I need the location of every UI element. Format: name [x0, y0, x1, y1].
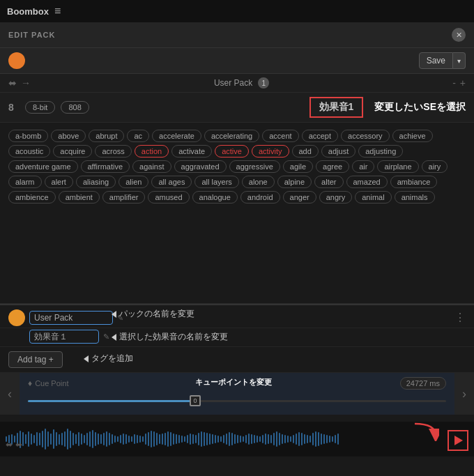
- tag-item[interactable]: ambient: [59, 191, 100, 204]
- tag-item[interactable]: air: [352, 160, 374, 173]
- tag-item[interactable]: accent: [262, 130, 298, 142]
- waveform-bar: [290, 436, 291, 442]
- tag-item[interactable]: animal: [355, 191, 391, 204]
- tag-item[interactable]: alter: [314, 176, 343, 188]
- tag-item[interactable]: anger: [283, 191, 316, 204]
- tag-item[interactable]: animals: [395, 191, 435, 204]
- tag-item[interactable]: alone: [242, 176, 275, 188]
- tag-item[interactable]: ac: [127, 130, 149, 142]
- waveform-bar: [173, 433, 174, 445]
- tag-item[interactable]: action: [135, 145, 169, 158]
- waveform-bar: [67, 429, 68, 450]
- tag-item[interactable]: angry: [319, 191, 353, 204]
- tag-item[interactable]: across: [95, 145, 131, 158]
- tag-item[interactable]: against: [132, 160, 171, 173]
- waveform-ctrl-icon1[interactable]: ⬌: [6, 440, 13, 450]
- tag-item[interactable]: accessory: [341, 130, 390, 142]
- tag-item[interactable]: affirmative: [81, 160, 130, 173]
- tag-item[interactable]: above: [51, 130, 86, 142]
- waveform-bar: [125, 434, 127, 444]
- cue-label: ♦ Cue Point: [28, 378, 68, 388]
- tag-item[interactable]: amazed: [346, 176, 388, 188]
- tag-item[interactable]: agile: [283, 160, 313, 173]
- tag-item[interactable]: airplane: [377, 160, 418, 173]
- waveform-bar: [332, 436, 333, 442]
- tag-item[interactable]: alien: [118, 176, 148, 188]
- minus-button[interactable]: -: [452, 77, 456, 89]
- tag-item[interactable]: achieve: [392, 130, 433, 142]
- tag-item[interactable]: adventure game: [8, 160, 78, 173]
- tag-item[interactable]: activate: [171, 145, 212, 158]
- tag-item[interactable]: aggravated: [174, 160, 227, 173]
- arrow-right-icon[interactable]: →: [21, 77, 31, 89]
- sound-edit-icon[interactable]: ✎: [103, 332, 109, 341]
- tag-item[interactable]: aliasing: [76, 176, 116, 188]
- tag-item[interactable]: acquire: [53, 145, 92, 158]
- slider-thumb[interactable]: 0: [190, 395, 201, 406]
- slider-container[interactable]: 0: [28, 394, 446, 408]
- waveform-bar: [192, 434, 194, 444]
- save-button[interactable]: Save: [419, 52, 453, 69]
- waveform-bar: [61, 433, 63, 445]
- add-tag-button[interactable]: Add tag +: [8, 351, 63, 368]
- tag-item[interactable]: all layers: [194, 176, 238, 188]
- tag-item[interactable]: ambiance: [390, 176, 438, 188]
- waveform-bar: [114, 436, 116, 443]
- pack-color-dot[interactable]: [8, 52, 25, 69]
- waveform-ctrl-icon2[interactable]: ⬌: [15, 440, 22, 450]
- tags-area: a-bombaboveabruptacaccelerateacceleratin…: [0, 123, 474, 304]
- tag-item[interactable]: accept: [302, 130, 338, 142]
- tag-item[interactable]: accelerating: [204, 130, 259, 142]
- tag-item[interactable]: alpine: [277, 176, 312, 188]
- tag-item[interactable]: amplifier: [102, 191, 146, 204]
- play-button[interactable]: [448, 430, 468, 451]
- tag-item[interactable]: amused: [148, 191, 189, 204]
- plus-button[interactable]: +: [460, 77, 466, 89]
- waveform-bar: [337, 433, 339, 445]
- sound-tag-808[interactable]: 808: [61, 101, 89, 114]
- slider-fill: [28, 400, 195, 402]
- close-button[interactable]: ✕: [452, 28, 466, 42]
- tag-item[interactable]: ambience: [8, 191, 56, 204]
- sound-name-input[interactable]: [29, 330, 99, 344]
- waveform-bar: [248, 433, 250, 445]
- waveform-bar: [184, 436, 185, 442]
- tag-item[interactable]: active: [215, 145, 249, 158]
- nav-next-button[interactable]: ›: [454, 373, 474, 415]
- waveform-bar: [251, 434, 252, 444]
- tag-item[interactable]: add: [292, 145, 319, 158]
- waveform-bar: [298, 432, 300, 446]
- tag-item[interactable]: a-bomb: [8, 130, 48, 142]
- save-dropdown-button[interactable]: ▾: [453, 52, 466, 69]
- tag-item[interactable]: aggressive: [229, 160, 280, 173]
- tag-item[interactable]: agree: [316, 160, 349, 173]
- pack-dot: [8, 309, 25, 326]
- menu-icon[interactable]: ≡: [54, 5, 61, 17]
- tag-item[interactable]: alarm: [8, 176, 42, 188]
- more-options-button[interactable]: ⋮: [454, 311, 466, 324]
- tag-item[interactable]: accelerate: [152, 130, 201, 142]
- pack-name-input[interactable]: [29, 311, 113, 325]
- tag-item[interactable]: abrupt: [89, 130, 124, 142]
- tag-item[interactable]: activity: [252, 145, 289, 158]
- waveform-bar: [45, 429, 46, 450]
- tag-item[interactable]: alert: [45, 176, 73, 188]
- sound-tag-8bit[interactable]: 8-bit: [25, 101, 55, 114]
- tag-item[interactable]: adjust: [321, 145, 356, 158]
- tag-item[interactable]: adjusting: [358, 145, 403, 158]
- waveform-bar: [134, 434, 135, 444]
- swap-icon[interactable]: ⬌: [8, 77, 17, 89]
- waveform-bar: [326, 435, 328, 443]
- nav-prev-button[interactable]: ‹: [0, 373, 20, 415]
- waveform-bar: [212, 434, 213, 444]
- waveform-bar: [59, 434, 60, 445]
- tag-item[interactable]: all ages: [151, 176, 192, 188]
- waveform-bar: [81, 433, 82, 445]
- tag-item[interactable]: acoustic: [8, 145, 50, 158]
- tag-item[interactable]: airy: [422, 160, 448, 173]
- waveform-bar: [262, 435, 263, 443]
- tag-item[interactable]: android: [240, 191, 280, 204]
- waveform-bar: [148, 432, 149, 446]
- user-pack-label: User Pack: [214, 78, 252, 88]
- tag-item[interactable]: analogue: [192, 191, 238, 204]
